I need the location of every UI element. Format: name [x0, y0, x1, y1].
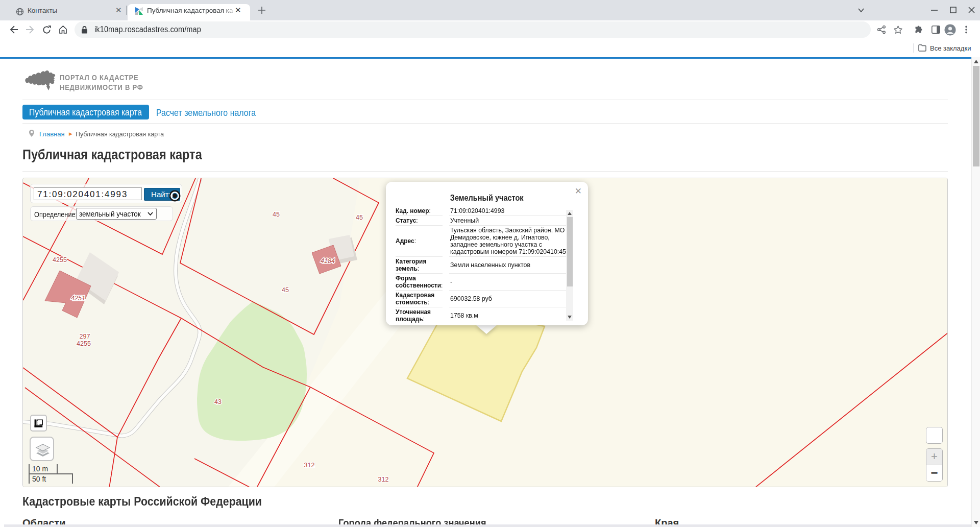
- svg-text:4184: 4184: [321, 257, 335, 265]
- svg-text:45: 45: [282, 286, 289, 294]
- svg-text:4255: 4255: [77, 340, 91, 347]
- svg-text:297: 297: [80, 333, 90, 340]
- svg-text:43: 43: [214, 398, 222, 405]
- svg-text:4251: 4251: [71, 295, 85, 302]
- svg-text:45: 45: [273, 211, 280, 218]
- svg-text:45: 45: [356, 214, 363, 221]
- svg-text:312: 312: [304, 462, 315, 469]
- svg-text:312: 312: [378, 476, 389, 483]
- svg-text:4255: 4255: [53, 256, 67, 264]
